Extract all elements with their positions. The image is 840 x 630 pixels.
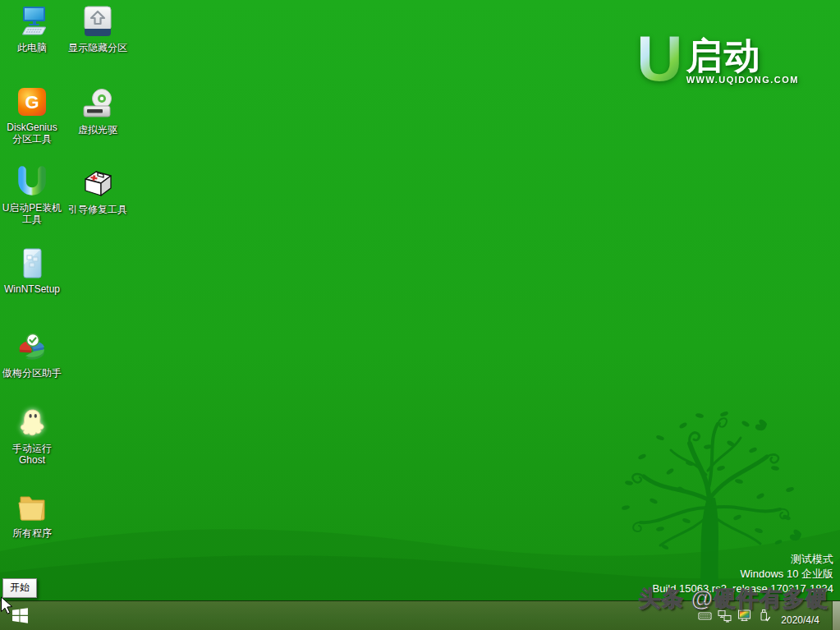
windows-start-icon	[11, 607, 29, 624]
icon-label: 此电脑	[17, 42, 47, 53]
build-line: Build 15063.rs2_release.170317-1834	[653, 582, 833, 596]
desktop-icon-show-hidden-partitions[interactable]: 显示隐藏分区	[62, 5, 133, 53]
icon-label: WinNTSetup	[4, 283, 60, 295]
icon-label: U启动PE装机	[2, 202, 62, 214]
icon-label: 傲梅分区助手	[2, 367, 62, 379]
icon-label-line2: 工具	[2, 214, 62, 225]
icon-label: 引导修复工具	[68, 204, 127, 215]
network-icon[interactable]	[718, 609, 732, 623]
uqidong-logo: U 启动 WWW.UQIDONG.COM	[636, 30, 799, 87]
ghost-icon	[15, 406, 49, 440]
test-mode-line: 测试模式	[653, 552, 833, 567]
show-hidden-partitions-icon	[80, 5, 115, 39]
desktop-icon-uqidong-pe-installer[interactable]: U启动PE装机 工具	[0, 165, 64, 225]
diskgenius-icon: G	[15, 85, 49, 119]
start-tooltip: 开始	[2, 578, 37, 598]
usb-drive-icon[interactable]	[757, 609, 771, 623]
butterfly-icon	[755, 420, 767, 430]
desktop-icon-winntsetup[interactable]: WinNTSetup	[0, 246, 64, 295]
aomei-partition-icon	[15, 330, 49, 365]
start-button[interactable]	[0, 601, 39, 630]
folder-icon	[15, 490, 49, 525]
icon-label: DiskGenius	[7, 122, 57, 133]
icon-label: 手动运行	[12, 443, 52, 454]
test-mode-watermark: 测试模式 Windows 10 企业版 Build 15063.rs2_rele…	[653, 552, 833, 596]
display-icon[interactable]	[737, 609, 751, 623]
show-desktop-button[interactable]	[832, 601, 840, 630]
taskbar-clock-date[interactable]: 2020/4/4	[781, 606, 819, 626]
windows-edition-line: Windows 10 企业版	[653, 567, 833, 582]
logo-url: WWW.UQIDONG.COM	[686, 75, 799, 85]
logo-name: 启动	[686, 38, 762, 74]
desktop: U 启动 WWW.UQIDONG.COM 此电脑	[0, 0, 840, 630]
virtual-cdrom-icon	[80, 87, 115, 122]
svg-text:G: G	[25, 92, 39, 113]
icon-label-line2: 分区工具	[7, 133, 57, 145]
this-pc-icon	[15, 5, 49, 39]
boot-repair-icon	[80, 167, 115, 201]
desktop-icon-this-pc[interactable]: 此电脑	[0, 5, 64, 53]
desktop-icon-diskgenius[interactable]: G DiskGenius 分区工具	[0, 85, 64, 145]
uqidong-pe-icon	[15, 165, 49, 200]
desktop-icon-all-programs[interactable]: 所有程序	[0, 490, 64, 539]
desktop-icon-aomei-partition[interactable]: 傲梅分区助手	[0, 330, 64, 379]
icon-label: 显示隐藏分区	[68, 42, 127, 53]
butterfly-icon	[790, 530, 801, 540]
winntsetup-icon	[15, 246, 49, 281]
keyboard-icon[interactable]	[698, 609, 712, 623]
desktop-icon-boot-repair[interactable]: 引导修复工具	[62, 167, 133, 215]
icon-label-line2: Ghost	[12, 454, 52, 466]
icon-label: 所有程序	[12, 527, 52, 539]
icon-label: 虚拟光驱	[78, 124, 117, 136]
desktop-icon-run-ghost[interactable]: 手动运行 Ghost	[0, 406, 64, 466]
system-tray: 2020/4/4	[698, 601, 840, 630]
logo-u-glyph: U	[636, 30, 682, 87]
desktop-icon-virtual-cdrom[interactable]: 虚拟光驱	[62, 87, 133, 136]
taskbar: 2020/4/4	[0, 600, 840, 630]
